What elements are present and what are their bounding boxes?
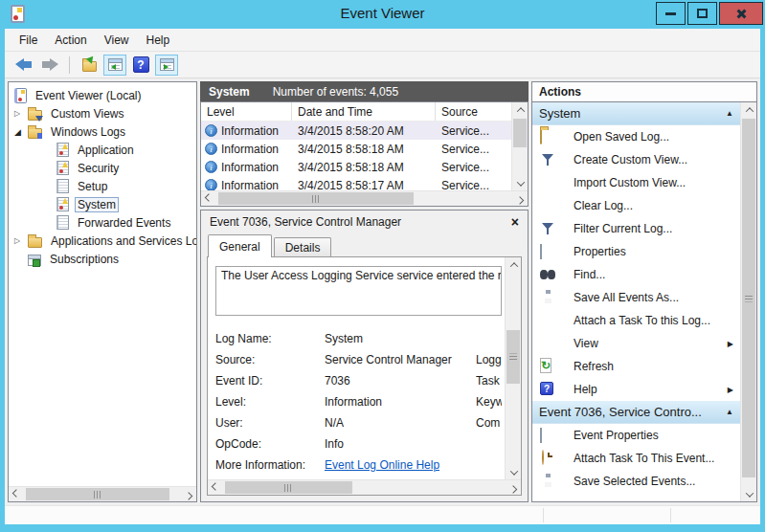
expander-collapsed-icon[interactable]: ▷ bbox=[14, 109, 28, 118]
information-icon bbox=[205, 161, 217, 173]
action-create-custom-view[interactable]: Create Custom View... bbox=[532, 148, 740, 171]
actions-section-event-7036[interactable]: Event 7036, Service Contro... ▲ bbox=[532, 401, 740, 424]
scroll-thumb[interactable] bbox=[506, 330, 520, 385]
menu-file[interactable]: File bbox=[11, 30, 46, 51]
event-row[interactable]: Information 3/4/2015 8:58:17 AM Service.… bbox=[201, 176, 511, 190]
actions-vertical-scrollbar[interactable] bbox=[740, 102, 756, 501]
event-log-online-help-link[interactable]: Event Log Online Help bbox=[325, 458, 439, 472]
help-icon bbox=[540, 382, 553, 395]
window-title: Event Viewer bbox=[0, 0, 765, 29]
menu-action[interactable]: Action bbox=[46, 30, 95, 51]
action-open-saved-log[interactable]: Open Saved Log... bbox=[532, 125, 740, 148]
chevron-up-icon bbox=[745, 107, 753, 115]
scroll-left-button[interactable] bbox=[208, 480, 223, 495]
scroll-right-button[interactable] bbox=[506, 480, 521, 495]
help-button[interactable] bbox=[129, 55, 152, 76]
blank-icon bbox=[540, 336, 555, 351]
collapse-section-icon[interactable]: ▲ bbox=[726, 109, 733, 118]
action-refresh[interactable]: Refresh bbox=[532, 355, 740, 378]
tree-item-event-viewer-local[interactable]: Event Viewer (Local) bbox=[9, 86, 196, 104]
scroll-thumb[interactable] bbox=[26, 488, 169, 500]
scroll-thumb[interactable] bbox=[218, 192, 414, 205]
scroll-thumb[interactable] bbox=[225, 481, 352, 494]
action-filter-current-log[interactable]: Filter Current Log... bbox=[532, 217, 740, 240]
tree-item-applications-and-services-logs[interactable]: ▷ Applications and Services Lo bbox=[9, 232, 196, 250]
tree-item-application[interactable]: Application bbox=[9, 141, 196, 159]
maximize-button[interactable] bbox=[687, 2, 717, 25]
action-clear-log[interactable]: Clear Log... bbox=[532, 194, 740, 217]
tree-horizontal-scrollbar[interactable] bbox=[9, 486, 196, 501]
folder-icon bbox=[28, 237, 42, 248]
show-action-pane-icon bbox=[160, 58, 174, 71]
scroll-right-button[interactable] bbox=[181, 487, 196, 501]
scroll-thumb[interactable] bbox=[513, 119, 527, 147]
column-header-date-time[interactable]: Date and Time bbox=[292, 102, 436, 121]
scroll-down-button[interactable] bbox=[741, 487, 756, 501]
maximize-icon bbox=[697, 9, 708, 18]
tab-general[interactable]: General bbox=[208, 234, 272, 257]
event-viewer-window: Event Viewer File Action View Help bbox=[0, 0, 765, 532]
collapse-section-icon[interactable]: ▲ bbox=[726, 408, 733, 416]
refresh-icon bbox=[540, 358, 551, 373]
expander-collapsed-icon[interactable]: ▷ bbox=[14, 236, 28, 245]
action-event-properties[interactable]: Event Properties bbox=[532, 424, 740, 447]
properties-icon bbox=[540, 428, 542, 443]
tree-item-custom-views[interactable]: ▷ Custom Views bbox=[9, 104, 196, 122]
actions-list: System ▲ Open Saved Log... Create Custom… bbox=[532, 102, 740, 501]
tree-item-setup[interactable]: Setup bbox=[9, 177, 196, 195]
scroll-up-button[interactable] bbox=[741, 102, 756, 117]
action-help[interactable]: Help ▶ bbox=[532, 378, 740, 401]
action-attach-task-to-log[interactable]: Attach a Task To this Log... bbox=[532, 309, 740, 332]
actions-section-system[interactable]: System ▲ bbox=[532, 102, 740, 125]
scroll-right-button[interactable] bbox=[512, 191, 528, 206]
column-header-source[interactable]: Source bbox=[436, 102, 511, 121]
events-vertical-scrollbar[interactable] bbox=[511, 102, 528, 190]
close-button[interactable] bbox=[719, 2, 763, 25]
scroll-down-button[interactable] bbox=[506, 465, 522, 479]
event-viewer-icon bbox=[14, 88, 27, 103]
minimize-icon bbox=[665, 12, 676, 15]
action-attach-task-to-event[interactable]: Attach Task To This Event... bbox=[532, 447, 740, 470]
tab-details[interactable]: Details bbox=[274, 237, 332, 256]
tree-item-forwarded-events[interactable]: Forwarded Events bbox=[9, 213, 196, 232]
menu-help[interactable]: Help bbox=[138, 30, 179, 51]
back-button[interactable] bbox=[12, 55, 35, 76]
log-icon bbox=[56, 197, 69, 211]
action-properties[interactable]: Properties bbox=[532, 240, 740, 263]
event-row[interactable]: Information 3/4/2015 8:58:18 AM Service.… bbox=[201, 140, 511, 158]
expander-expanded-icon[interactable]: ◢ bbox=[14, 127, 28, 137]
forward-button[interactable] bbox=[38, 55, 61, 76]
events-horizontal-scrollbar[interactable] bbox=[201, 190, 528, 206]
export-log-button[interactable] bbox=[78, 55, 101, 76]
minimize-button[interactable] bbox=[656, 2, 686, 25]
tree-item-windows-logs[interactable]: ◢ Windows Logs bbox=[9, 122, 196, 141]
scroll-thumb[interactable] bbox=[742, 119, 755, 477]
event-description[interactable]: The User Access Logging Service service … bbox=[215, 266, 502, 316]
show-console-tree-button[interactable] bbox=[103, 55, 126, 76]
status-separator bbox=[543, 508, 544, 522]
tree-item-security[interactable]: Security bbox=[9, 159, 196, 177]
event-row[interactable]: Information 3/4/2015 8:58:20 AM Service.… bbox=[201, 122, 511, 140]
scroll-left-button[interactable] bbox=[201, 191, 216, 206]
tree-item-system[interactable]: System bbox=[9, 195, 196, 213]
action-find[interactable]: Find... bbox=[532, 263, 740, 286]
event-row[interactable]: Information 3/4/2015 8:58:18 AM Service.… bbox=[201, 158, 511, 176]
chevron-right-icon bbox=[185, 492, 192, 499]
close-detail-icon[interactable]: × bbox=[511, 215, 519, 229]
show-action-pane-button[interactable] bbox=[155, 55, 178, 76]
window-controls bbox=[656, 2, 763, 25]
detail-vertical-scrollbar[interactable] bbox=[505, 257, 521, 479]
action-import-custom-view[interactable]: Import Custom View... bbox=[532, 171, 740, 194]
menu-view[interactable]: View bbox=[96, 30, 138, 51]
action-save-all-events-as[interactable]: Save All Events As... bbox=[532, 286, 740, 309]
scroll-left-button[interactable] bbox=[9, 487, 24, 501]
field-row: Level: Information Keyw bbox=[215, 391, 502, 412]
action-save-selected-events[interactable]: Save Selected Events... bbox=[532, 470, 740, 493]
column-header-level[interactable]: Level bbox=[201, 102, 292, 121]
scroll-up-button[interactable] bbox=[512, 102, 529, 117]
action-view[interactable]: View ▶ bbox=[532, 332, 740, 355]
detail-horizontal-scrollbar[interactable] bbox=[208, 479, 521, 495]
scroll-up-button[interactable] bbox=[506, 257, 522, 272]
scroll-down-button[interactable] bbox=[512, 176, 529, 190]
tree-item-subscriptions[interactable]: Subscriptions bbox=[9, 250, 196, 268]
